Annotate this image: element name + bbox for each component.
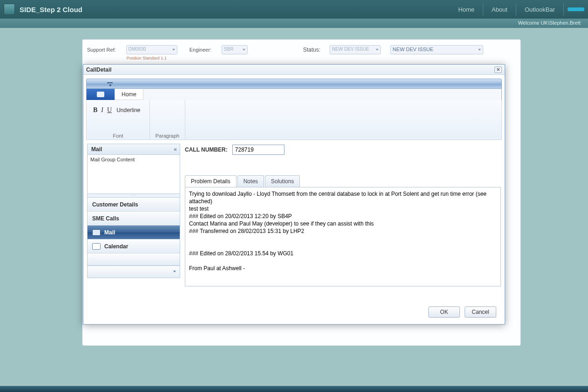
calendar-icon	[92, 243, 101, 250]
ribbon-quickaccess	[86, 79, 502, 89]
nav-overflow[interactable]	[87, 266, 180, 278]
support-ref-combo[interactable]: DM0830 Position Standard 1.1	[126, 45, 177, 54]
app-header: SIDE_Step 2 Cloud Home About OutlookBar	[0, 0, 588, 19]
engineer-value: SBR	[224, 47, 234, 52]
engineer-label: Engineer:	[189, 47, 211, 53]
problem-details-textarea[interactable]	[185, 187, 491, 286]
nav-empty-slot	[88, 253, 180, 266]
nav-item-label: Customer Details	[92, 201, 138, 208]
engineer-combo[interactable]: SBR	[222, 45, 248, 54]
bold-button[interactable]: B	[93, 106, 97, 114]
mail-icon	[92, 229, 101, 236]
calldetail-modal: CallDetail ✕ Home B I U Underline	[83, 64, 505, 325]
nav-item-label: SME Calls	[92, 215, 119, 222]
modal-titlebar[interactable]: CallDetail ✕	[83, 65, 505, 75]
tab-problem-details[interactable]: Problem Details	[185, 175, 237, 187]
italic-button[interactable]: I	[101, 106, 103, 114]
underline-button[interactable]: U	[107, 106, 112, 114]
side-nav-title: Mail	[91, 146, 102, 153]
nav-sme-calls[interactable]: SME Calls	[88, 212, 180, 226]
nav-item-label: Calendar	[104, 243, 128, 250]
nav-outlookbar[interactable]: OutlookBar	[516, 3, 564, 16]
ribbon-tabs: Home	[86, 89, 502, 100]
tab-notes[interactable]: Notes	[237, 175, 264, 187]
ribbon-group-paragraph-label: Paragraph	[150, 133, 185, 139]
cancel-button[interactable]: Cancel	[465, 306, 496, 318]
ok-button[interactable]: OK	[428, 306, 460, 318]
call-number-label: CALL NUMBER:	[185, 146, 228, 153]
status-value: NEW DEV ISSUE	[332, 47, 369, 52]
nav-item-label: Mail	[104, 229, 115, 236]
close-icon[interactable]: ✕	[494, 66, 502, 73]
side-nav-header[interactable]: Mail «	[87, 144, 180, 155]
support-ref-version: Position Standard 1.1	[127, 56, 167, 60]
status-bar	[0, 386, 588, 392]
nav-home[interactable]: Home	[450, 3, 483, 16]
welcome-bar: Welcome UK\Stephen.Brett	[0, 19, 588, 28]
support-ref-label: Support Ref:	[87, 47, 116, 53]
nav-about[interactable]: About	[483, 3, 516, 16]
top-nav: Home About OutlookBar	[450, 3, 584, 16]
status-readonly: NEW DEV ISSUE	[330, 45, 381, 54]
problem-details-panel	[185, 187, 501, 286]
ribbon-group-font-label: Font	[87, 133, 149, 139]
call-number-input[interactable]	[232, 145, 284, 155]
app-icon	[4, 4, 15, 15]
tab-solutions[interactable]: Solutions	[265, 175, 300, 187]
quickaccess-dropdown-icon[interactable]	[107, 81, 114, 87]
ribbon-home-tab[interactable]: Home	[115, 89, 143, 100]
side-nav: Mail « Mail Group Content ····· Customer…	[87, 144, 180, 316]
support-ref-value: DM0830	[128, 47, 146, 52]
side-nav-content: Mail Group Content	[87, 155, 180, 194]
status-label: Status:	[303, 47, 320, 53]
underline-label: Underline	[115, 107, 140, 113]
status-select-value: NEW DEV ISSUE	[392, 47, 433, 52]
nav-action-button[interactable]	[568, 7, 584, 11]
nav-calendar[interactable]: Calendar	[88, 239, 180, 253]
ribbon: Home B I U Underline Font Paragraph	[83, 75, 505, 140]
status-select[interactable]: NEW DEV ISSUE	[390, 45, 483, 54]
collapse-icon[interactable]: «	[174, 146, 176, 153]
side-nav-splitter[interactable]: ·····	[87, 194, 180, 198]
nav-mail[interactable]: Mail	[88, 226, 180, 239]
main-pane: CALL NUMBER: Problem Details Notes Solut…	[185, 144, 501, 316]
modal-title: CallDetail	[86, 66, 112, 73]
app-title: SIDE_Step 2 Cloud	[20, 6, 82, 13]
file-icon	[97, 92, 104, 97]
nav-customer-details[interactable]: Customer Details	[88, 198, 180, 212]
ribbon-file-tab[interactable]	[87, 89, 115, 100]
